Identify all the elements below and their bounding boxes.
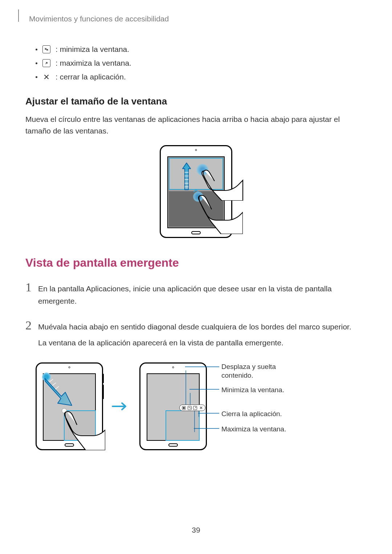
close-app-icon (42, 73, 50, 81)
step-paragraph: En la pantalla Aplicaciones, inicie una … (38, 283, 367, 307)
page-number: 39 (0, 526, 392, 534)
callout-close: Cierra la aplicación. (221, 410, 282, 418)
step-1: 1 En la pantalla Aplicaciones, inicie un… (25, 283, 367, 311)
bullet-dot (36, 49, 37, 50)
bullet-text: : cerrar la aplicación. (56, 73, 126, 81)
step-number: 1 (25, 281, 32, 311)
step-paragraph: Muévala hacia abajo en sentido diagonal … (38, 321, 351, 333)
section-header: Movimientos y funciones de accesibilidad (29, 15, 367, 23)
minimize-window-icon (42, 45, 50, 53)
transition-arrow-icon (112, 401, 131, 411)
resize-illustration (25, 145, 367, 238)
numbered-step-list: 1 En la pantalla Aplicaciones, inicie un… (25, 283, 367, 352)
resize-body-text: Mueva el círculo entre las ventanas de a… (25, 114, 367, 136)
step-paragraph: La ventana de la aplicación aparecerá en… (38, 337, 351, 349)
step-number: 2 (25, 319, 32, 352)
header-vertical-rule (18, 9, 19, 22)
svg-line-5 (49, 379, 53, 382)
callout-maximize: Maximiza la ventana. (221, 425, 286, 434)
bullet-text: : minimiza la ventana. (56, 45, 129, 54)
tablet-device (160, 145, 232, 238)
step-2: 2 Muévala hacia abajo en sentido diagona… (25, 321, 367, 352)
step-text: En la pantalla Aplicaciones, inicie una … (38, 283, 367, 311)
main-heading-popup: Vista de pantalla emergente (25, 256, 367, 270)
bullet-dot (36, 76, 37, 78)
bullet-maximize: : maximiza la ventana. (36, 59, 367, 67)
svg-line-7 (55, 386, 59, 389)
subheading-resize: Ajustar el tamaño de la ventana (25, 96, 367, 107)
svg-line-6 (52, 383, 56, 386)
bullet-minimize: : minimiza la ventana. (36, 45, 367, 54)
callout-drag: Desplaza y suelta contenido. (221, 362, 309, 380)
bullet-dot (36, 62, 37, 64)
maximize-window-icon (42, 59, 50, 67)
step-text: Muévala hacia abajo en sentido diagonal … (38, 321, 351, 352)
callout-minimize: Minimiza la ventana. (221, 386, 284, 394)
icon-bullet-list: : minimiza la ventana. : maximiza la ven… (36, 45, 367, 81)
tablet-device-before (36, 362, 103, 450)
popup-diagram-row: Desplaza y suelta contenido. Minimiza la… (36, 362, 367, 450)
bullet-text: : maximiza la ventana. (56, 59, 131, 67)
bullet-close: : cerrar la aplicación. (36, 73, 367, 81)
